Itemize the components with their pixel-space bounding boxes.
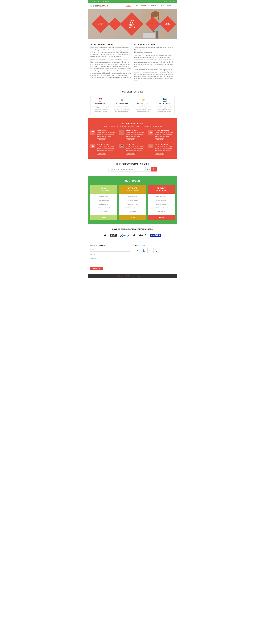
pricing-title: OUR PRICING [90, 180, 174, 182]
dedicated-learn-more[interactable]: LEARN MORE [96, 152, 106, 154]
service-ssl: 🔒 SSL CERTIFICATES Contrary to popular b… [148, 144, 174, 155]
pricing-grid: BASIC $ 19.99 / month 5GB Disk Space 10 … [90, 185, 174, 220]
domain-names-icon: 🌐 [120, 130, 124, 135]
standard-feature-3: 100GB Monthly Bandwidth [119, 206, 146, 210]
service-web-hosting-desc: Contrary to popular belief, Lorem Ipsum … [96, 132, 117, 138]
domain-names-learn-more[interactable]: LEARN MORE [126, 138, 136, 141]
client-samsung: SAMSUNG [150, 234, 161, 237]
pricing-standard-price: $ 29.99 / month [121, 190, 144, 192]
pricing-card-premium: PREMIUM $ 49.99 / month 50GB Disk Space … [148, 185, 174, 220]
quick-links-title: QUICK LINKS [135, 245, 174, 246]
service-ftp-content: FILE EXCHANGE FTP Contrary to popular be… [154, 130, 174, 141]
client-eye: 👁 [133, 233, 136, 237]
service-vps-desc: Contrary to popular belief, Lorem Ipsum … [126, 146, 146, 151]
pricing-premium-features: 50GB Disk Space 50 Domain Names 20 E-Mai… [148, 194, 174, 215]
ftp-learn-more[interactable]: LEARN MORE [154, 138, 164, 141]
pricing-header-premium: PREMIUM $ 49.99 / month [148, 185, 174, 194]
diamond-hosting-plans[interactable]: HOSTINGPLANS [92, 15, 109, 33]
pricing-basic-features: 5GB Disk Space 10 Domain Names 5 E-Mail … [90, 194, 117, 215]
domain-title: YOUR PERFECT DOMAIN IS HERE !! [90, 163, 174, 165]
features-col1-p1: Lorem ipsum dolor sit amet, consectetur … [90, 47, 131, 58]
web-hosting-learn-more[interactable]: LEARN MORE [96, 138, 106, 141]
pricing-premium-name: PREMIUM [150, 187, 172, 189]
feature-card-fast: ⚡ AMAZINGLY FAST Lorem Ipsum is simply d… [133, 96, 153, 115]
pricing-basic-name: BASIC [92, 187, 115, 189]
best-features-section: OUR BEST FEATURES ⏰ 99.99% UPTIME Lorem … [88, 87, 177, 118]
service-vps-title: VPS SERVER [126, 144, 146, 145]
service-dedicated-title: DEDICATED SERVER [96, 144, 117, 145]
nav-plans[interactable]: PLANS [152, 5, 156, 7]
nav-domain[interactable]: DOMAIN [159, 5, 165, 7]
diamond-web-hosting-text: WEBHOSTING [165, 22, 170, 26]
service-web-hosting-title: WEB HOSTING [96, 130, 117, 131]
premium-order-button[interactable]: ORDER [148, 215, 174, 220]
diamond-domains[interactable]: DOMAINS [146, 17, 160, 31]
contact-subject-input[interactable] [90, 253, 130, 256]
feature-uptime-desc: Lorem Ipsum is simply dummy text of the … [92, 105, 109, 113]
quick-link-phone-icon[interactable]: 📞 [154, 248, 158, 253]
features-col2-p2: Lorem ipsum dolor sit amet, consectetur … [134, 54, 174, 68]
basic-order-button[interactable]: ORDER [90, 215, 117, 220]
domain-search-input[interactable] [108, 167, 146, 172]
pricing-standard-features: 10GB Disk Space 20 Domain Names 10 E-Mai… [119, 194, 146, 215]
service-vps: 💻 VPS SERVER Contrary to popular belief,… [120, 144, 146, 155]
features-col1-title: WE USE 100% REAL CLOUDS [90, 43, 131, 45]
main-nav: HOME ABOUT SERVICES PLANS DOMAIN CONTACT [126, 5, 174, 7]
top-bar-address: 9A, Honey Street (Green Door) [90, 0, 109, 2]
service-domain-names-desc: Contrary to popular belief, Lorem Ipsum … [126, 132, 146, 138]
header: DESIRE.HOST HOME ABOUT SERVICES PLANS DO… [88, 2, 177, 9]
services-subtitle: Contrary to popular belief, Lorem Ipsum … [90, 126, 174, 127]
standard-order-button[interactable]: ORDER [119, 215, 146, 220]
contact-email-input[interactable] [90, 248, 130, 252]
contact-message-textarea[interactable] [90, 257, 130, 264]
service-web-hosting-content: WEB HOSTING Contrary to popular belief, … [96, 130, 117, 141]
diamond-find-hosting[interactable]: FINDTHERIGHTHOSTING [120, 12, 144, 36]
vps-icon: 💻 [120, 144, 124, 148]
quick-link-monitor-icon[interactable]: 🖥 [148, 248, 152, 253]
domain-search-button[interactable]: 🔍 [151, 167, 157, 172]
pricing-header-basic: BASIC $ 19.99 / month [90, 185, 117, 194]
service-dedicated-content: DEDICATED SERVER Contrary to popular bel… [96, 144, 117, 155]
services-title: SERVICES OFFERED [90, 122, 174, 125]
quick-link-user-icon[interactable]: 👤 [141, 248, 146, 253]
features-section: WE USE 100% REAL CLOUDS Lorem ipsum dolo… [88, 39, 177, 87]
nav-home[interactable]: HOME [126, 5, 131, 7]
vps-learn-more[interactable]: LEARN MORE [126, 152, 136, 154]
quick-link-email-icon[interactable]: ✉ [135, 248, 140, 253]
basic-feature-2: 5 E-Mail Address [90, 202, 117, 206]
pricing-card-basic: BASIC $ 19.99 / month 5GB Disk Space 10 … [90, 185, 117, 220]
features-col-1: WE USE 100% REAL CLOUDS Lorem ipsum dolo… [90, 43, 131, 83]
top-bar: 9A, Honey Street (Green Door) +111 7718 … [88, 0, 177, 2]
service-vps-content: VPS SERVER Contrary to popular belief, L… [126, 144, 146, 155]
send-message-button[interactable]: SEND NOW [90, 267, 103, 270]
client-jquery: jQuery [120, 234, 129, 237]
premium-feature-2: 20 E-Mail Address [148, 202, 174, 206]
services-grid: ☰ WEB HOSTING Contrary to popular belief… [90, 130, 174, 154]
fast-icon: ⚡ [135, 98, 152, 102]
diamond-web-hosting[interactable]: WEBHOSTING [160, 16, 176, 32]
ssl-learn-more[interactable]: LEARN MORE [154, 152, 164, 154]
ftp-icon: ☁ [148, 130, 153, 135]
feature-recovery-title: DATA RECOVERY [156, 103, 173, 104]
nav-services[interactable]: SERVICES [141, 5, 149, 7]
nav-about[interactable]: ABOUT [134, 5, 139, 7]
basic-feature-0: 5GB Disk Space [90, 195, 117, 199]
basic-feature-3: 50GB Monthly Bandwidth [90, 206, 117, 210]
diamond-domains-text: DOMAINS [150, 23, 156, 25]
best-features-title: OUR BEST FEATURES [90, 91, 174, 93]
service-dedicated-desc: Contrary to popular belief, Lorem Ipsum … [96, 146, 117, 151]
service-dedicated: 🖧 DEDICATED SERVER Contrary to popular b… [90, 144, 117, 155]
clients-section: SOME OF OUR SATISFIED CLIENTS INCLUDE...… [88, 224, 177, 242]
footer-bottom: Copyright © 2015 Company name All rights… [88, 274, 177, 278]
ssl-icon: 🔒 [148, 144, 153, 148]
basic-feature-4: Fully Support [90, 210, 117, 214]
feature-fast-title: AMAZINGLY FAST [135, 103, 152, 104]
service-domain-names-title: DOMAIN NAMES [126, 130, 146, 131]
feature-recovery-desc: Lorem Ipsum is simply dummy text of the … [156, 105, 173, 113]
service-ftp: ☁ FILE EXCHANGE FTP Contrary to popular … [148, 130, 174, 141]
logo: DESIRE.HOST [90, 4, 110, 7]
premium-feature-4: Fully Support [148, 210, 174, 214]
web-hosting-icon: ☰ [90, 130, 95, 135]
service-ssl-title: SSL CERTIFICATES [154, 144, 174, 145]
nav-contact[interactable]: CONTACT [168, 5, 174, 7]
